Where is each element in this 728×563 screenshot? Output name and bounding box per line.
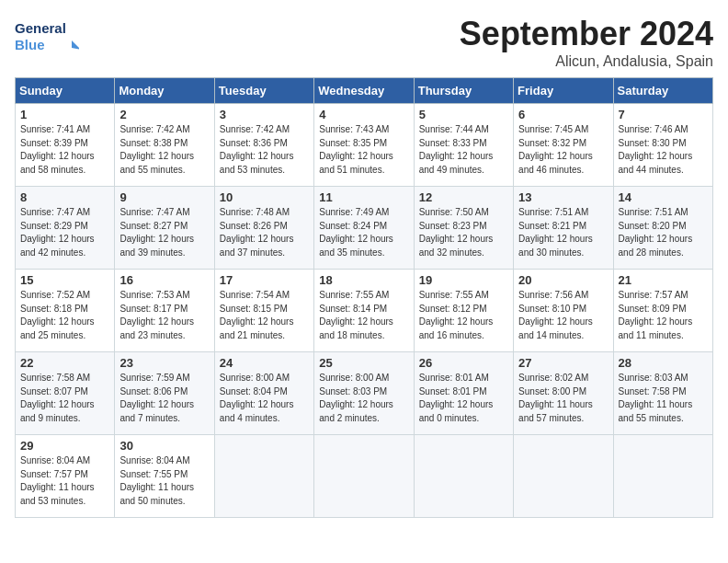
day-number: 15	[20, 273, 109, 287]
table-row: 6Sunrise: 7:45 AM Sunset: 8:32 PM Daylig…	[514, 104, 613, 187]
day-number: 30	[119, 439, 209, 453]
day-info: Sunrise: 8:02 AM Sunset: 8:00 PM Dayligh…	[518, 372, 608, 425]
day-info: Sunrise: 7:45 AM Sunset: 8:32 PM Dayligh…	[518, 123, 608, 177]
day-info: Sunrise: 7:44 AM Sunset: 8:33 PM Dayligh…	[419, 123, 508, 177]
table-row: 28Sunrise: 8:03 AM Sunset: 7:58 PM Dayli…	[613, 352, 712, 435]
table-row: 23Sunrise: 7:59 AM Sunset: 8:06 PM Dayli…	[115, 352, 214, 435]
table-row: 29Sunrise: 8:04 AM Sunset: 7:57 PM Dayli…	[16, 435, 115, 518]
table-row	[414, 435, 513, 518]
day-number: 14	[619, 190, 708, 204]
day-number: 6	[518, 108, 608, 121]
day-info: Sunrise: 7:55 AM Sunset: 8:14 PM Dayligh…	[319, 289, 408, 342]
svg-text:Blue: Blue	[15, 37, 45, 52]
day-number: 9	[119, 190, 209, 204]
day-number: 18	[319, 273, 408, 287]
table-row: 12Sunrise: 7:50 AM Sunset: 8:23 PM Dayli…	[414, 187, 513, 270]
day-number: 8	[20, 190, 109, 204]
svg-marker-2	[72, 40, 79, 50]
week-row-0: 1Sunrise: 7:41 AM Sunset: 8:39 PM Daylig…	[16, 104, 713, 187]
table-row: 21Sunrise: 7:57 AM Sunset: 8:09 PM Dayli…	[613, 270, 712, 352]
table-row: 3Sunrise: 7:42 AM Sunset: 8:36 PM Daylig…	[214, 104, 313, 187]
day-number: 5	[419, 108, 508, 121]
table-row: 10Sunrise: 7:48 AM Sunset: 8:26 PM Dayli…	[214, 187, 313, 270]
day-number: 12	[419, 190, 508, 204]
table-row: 7Sunrise: 7:46 AM Sunset: 8:30 PM Daylig…	[613, 104, 712, 187]
day-info: Sunrise: 7:50 AM Sunset: 8:23 PM Dayligh…	[419, 206, 508, 259]
title-block: September 2024 Alicun, Andalusia, Spain	[460, 15, 713, 70]
col-friday: Friday	[514, 78, 613, 104]
table-row: 20Sunrise: 7:56 AM Sunset: 8:10 PM Dayli…	[514, 270, 613, 352]
day-number: 10	[220, 190, 309, 204]
day-number: 7	[619, 108, 708, 121]
day-info: Sunrise: 7:49 AM Sunset: 8:24 PM Dayligh…	[319, 206, 408, 259]
week-row-3: 22Sunrise: 7:58 AM Sunset: 8:07 PM Dayli…	[16, 352, 713, 435]
day-number: 2	[119, 108, 209, 121]
day-info: Sunrise: 7:54 AM Sunset: 8:15 PM Dayligh…	[220, 289, 309, 342]
table-row: 16Sunrise: 7:53 AM Sunset: 8:17 PM Dayli…	[115, 270, 214, 352]
day-info: Sunrise: 8:01 AM Sunset: 8:01 PM Dayligh…	[419, 372, 508, 425]
day-number: 19	[419, 273, 508, 287]
table-row: 27Sunrise: 8:02 AM Sunset: 8:00 PM Dayli…	[514, 352, 613, 435]
col-sunday: Sunday	[16, 78, 115, 104]
col-wednesday: Wednesday	[314, 78, 414, 104]
day-number: 17	[220, 273, 309, 287]
table-row: 25Sunrise: 8:00 AM Sunset: 8:03 PM Dayli…	[314, 352, 414, 435]
day-info: Sunrise: 7:57 AM Sunset: 8:09 PM Dayligh…	[619, 289, 708, 342]
day-number: 29	[20, 439, 109, 453]
day-number: 3	[220, 108, 309, 121]
day-info: Sunrise: 7:48 AM Sunset: 8:26 PM Dayligh…	[220, 206, 309, 259]
day-number: 11	[319, 190, 408, 204]
table-row	[314, 435, 414, 518]
location: Alicun, Andalusia, Spain	[460, 53, 713, 70]
table-row: 8Sunrise: 7:47 AM Sunset: 8:29 PM Daylig…	[16, 187, 115, 270]
day-info: Sunrise: 7:46 AM Sunset: 8:30 PM Dayligh…	[619, 123, 708, 177]
col-monday: Monday	[115, 78, 214, 104]
table-row: 30Sunrise: 8:04 AM Sunset: 7:55 PM Dayli…	[115, 435, 214, 518]
table-row: 26Sunrise: 8:01 AM Sunset: 8:01 PM Dayli…	[414, 352, 513, 435]
day-number: 23	[119, 356, 209, 370]
day-number: 25	[319, 356, 408, 370]
table-row: 14Sunrise: 7:51 AM Sunset: 8:20 PM Dayli…	[613, 187, 712, 270]
day-number: 1	[20, 108, 109, 121]
day-info: Sunrise: 7:53 AM Sunset: 8:17 PM Dayligh…	[119, 289, 209, 342]
day-info: Sunrise: 7:51 AM Sunset: 8:20 PM Dayligh…	[619, 206, 708, 259]
table-row	[214, 435, 313, 518]
day-info: Sunrise: 8:04 AM Sunset: 7:57 PM Dayligh…	[20, 454, 109, 508]
page-header: General Blue September 2024 Alicun, Anda…	[15, 15, 713, 70]
day-info: Sunrise: 7:47 AM Sunset: 8:27 PM Dayligh…	[119, 206, 209, 259]
col-tuesday: Tuesday	[214, 78, 313, 104]
table-row: 9Sunrise: 7:47 AM Sunset: 8:27 PM Daylig…	[115, 187, 214, 270]
day-info: Sunrise: 7:42 AM Sunset: 8:36 PM Dayligh…	[220, 123, 309, 177]
day-info: Sunrise: 7:58 AM Sunset: 8:07 PM Dayligh…	[20, 372, 109, 425]
table-row: 19Sunrise: 7:55 AM Sunset: 8:12 PM Dayli…	[414, 270, 513, 352]
table-row: 15Sunrise: 7:52 AM Sunset: 8:18 PM Dayli…	[16, 270, 115, 352]
day-number: 21	[619, 273, 708, 287]
col-saturday: Saturday	[613, 78, 712, 104]
day-number: 16	[119, 273, 209, 287]
day-number: 27	[518, 356, 608, 370]
day-info: Sunrise: 7:52 AM Sunset: 8:18 PM Dayligh…	[20, 289, 109, 342]
table-row: 11Sunrise: 7:49 AM Sunset: 8:24 PM Dayli…	[314, 187, 414, 270]
table-row: 2Sunrise: 7:42 AM Sunset: 8:38 PM Daylig…	[115, 104, 214, 187]
table-row: 1Sunrise: 7:41 AM Sunset: 8:39 PM Daylig…	[16, 104, 115, 187]
day-number: 4	[319, 108, 408, 121]
day-info: Sunrise: 7:59 AM Sunset: 8:06 PM Dayligh…	[119, 372, 209, 425]
week-row-1: 8Sunrise: 7:47 AM Sunset: 8:29 PM Daylig…	[16, 187, 713, 270]
table-row: 24Sunrise: 8:00 AM Sunset: 8:04 PM Dayli…	[214, 352, 313, 435]
table-row: 13Sunrise: 7:51 AM Sunset: 8:21 PM Dayli…	[514, 187, 613, 270]
day-info: Sunrise: 7:56 AM Sunset: 8:10 PM Dayligh…	[518, 289, 608, 342]
day-info: Sunrise: 7:42 AM Sunset: 8:38 PM Dayligh…	[119, 123, 209, 177]
table-row	[514, 435, 613, 518]
day-info: Sunrise: 7:55 AM Sunset: 8:12 PM Dayligh…	[419, 289, 508, 342]
month-title: September 2024	[460, 15, 713, 53]
day-info: Sunrise: 8:03 AM Sunset: 7:58 PM Dayligh…	[619, 372, 708, 425]
table-row: 4Sunrise: 7:43 AM Sunset: 8:35 PM Daylig…	[314, 104, 414, 187]
day-info: Sunrise: 8:00 AM Sunset: 8:03 PM Dayligh…	[319, 372, 408, 425]
day-info: Sunrise: 7:41 AM Sunset: 8:39 PM Dayligh…	[20, 123, 109, 177]
week-row-2: 15Sunrise: 7:52 AM Sunset: 8:18 PM Dayli…	[16, 270, 713, 352]
logo: General Blue	[15, 15, 79, 55]
week-row-4: 29Sunrise: 8:04 AM Sunset: 7:57 PM Dayli…	[16, 435, 713, 518]
day-number: 26	[419, 356, 508, 370]
day-info: Sunrise: 7:51 AM Sunset: 8:21 PM Dayligh…	[518, 206, 608, 259]
day-info: Sunrise: 8:00 AM Sunset: 8:04 PM Dayligh…	[220, 372, 309, 425]
